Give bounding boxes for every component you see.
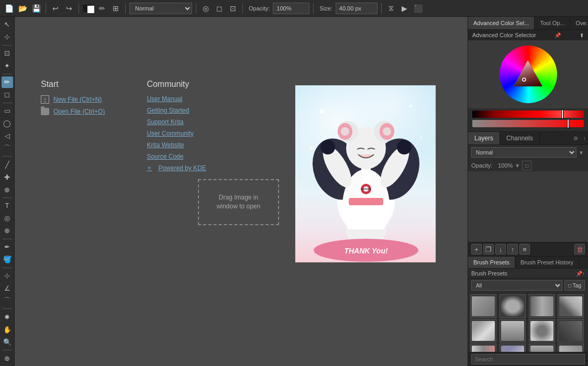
lock-alpha-icon[interactable]: ◻ bbox=[214, 3, 225, 14]
new-file-link[interactable]: + New File (Ctrl+N) bbox=[41, 95, 105, 104]
crop-tool[interactable]: ⊡ bbox=[2, 48, 13, 59]
open-file-icon[interactable]: 📂 bbox=[17, 3, 28, 14]
copy-layer-icon[interactable]: ⊡ bbox=[227, 3, 239, 14]
contour-tool[interactable]: ⌒ bbox=[2, 295, 13, 306]
transform-tool[interactable]: ⊹ bbox=[2, 31, 13, 43]
user-community-link[interactable]: User Community bbox=[147, 130, 206, 137]
tab-advanced-color[interactable]: Advanced Color Sel... bbox=[468, 17, 535, 29]
main-area: ↖ ⊹ ⊡ ✦ ✏ ◻ ▭ ◯ ◁ ⌒ ╱ ✚ ⊕ T ◎ ⊕ ✒ 🪣 ⊹ ∠ … bbox=[0, 17, 588, 366]
color-swatch-icon[interactable] bbox=[83, 3, 94, 14]
tab-brush-history[interactable]: Brush Preset History bbox=[515, 257, 579, 268]
fill-tool[interactable]: ✦ bbox=[2, 60, 13, 72]
path-tool[interactable]: ⌒ bbox=[2, 142, 13, 154]
delete-layer-button[interactable]: 🗑 bbox=[574, 244, 585, 254]
smart-patch-tool[interactable]: ◎ bbox=[2, 213, 13, 224]
brush-preset-12[interactable] bbox=[558, 343, 584, 352]
brush-preset-7[interactable] bbox=[529, 319, 555, 342]
opacity-input[interactable] bbox=[273, 3, 309, 14]
ellipse-tool[interactable]: ◯ bbox=[2, 117, 13, 129]
eraser-tool[interactable]: ◻ bbox=[2, 89, 13, 101]
alpha-lock-toggle[interactable]: □ bbox=[522, 161, 531, 170]
brush-preset-8[interactable] bbox=[558, 319, 584, 342]
tab-overview[interactable]: Ove... bbox=[570, 17, 588, 29]
redo-icon[interactable]: ↪ bbox=[63, 3, 75, 14]
grid-icon[interactable]: ⊞ bbox=[110, 3, 121, 14]
source-code-link[interactable]: Source Code bbox=[147, 153, 206, 160]
copy-layer-button[interactable]: ❐ bbox=[483, 244, 494, 254]
reset-icon[interactable]: ◎ bbox=[200, 3, 212, 14]
hue-handle[interactable] bbox=[561, 109, 563, 119]
tab-tool-options[interactable]: Tool Op... bbox=[535, 17, 570, 29]
layers-settings-icon[interactable]: ⚙ bbox=[570, 134, 581, 143]
move-tool[interactable]: ✚ bbox=[2, 171, 13, 183]
brush-preset-3[interactable] bbox=[529, 294, 555, 318]
line-tool[interactable]: ╱ bbox=[2, 159, 13, 170]
svg-point-21 bbox=[397, 140, 412, 154]
krita-website-link[interactable]: Krita Website bbox=[147, 141, 206, 149]
opacity-arrow[interactable]: ▼ bbox=[515, 163, 520, 169]
tab-layers[interactable]: Layers bbox=[468, 132, 500, 145]
saturation-bar[interactable] bbox=[472, 120, 584, 127]
zoom-tool[interactable]: ⊕ bbox=[2, 184, 13, 195]
brush-preset-2[interactable] bbox=[500, 294, 526, 318]
layers-expand-icon[interactable]: ↑ bbox=[581, 134, 588, 143]
layer-up-button[interactable]: ↑ bbox=[507, 244, 518, 254]
powered-by-kde-link[interactable]: ✦ Powered by KDE bbox=[147, 164, 206, 172]
layer-blend-mode-select[interactable]: Normal bbox=[471, 147, 576, 158]
mirror-icon[interactable]: ⧖ bbox=[385, 3, 397, 14]
color-wheel-container[interactable] bbox=[468, 40, 588, 108]
support-krita-link[interactable]: Support Krita bbox=[147, 118, 206, 126]
color-selector-expand-icon[interactable]: ⬆ bbox=[580, 32, 584, 38]
brush-search-input[interactable] bbox=[471, 354, 585, 364]
user-manual-link[interactable]: User Manual bbox=[147, 95, 206, 103]
open-file-link[interactable]: Open File (Ctrl+O) bbox=[41, 108, 105, 115]
add-layer-button[interactable]: + bbox=[471, 244, 482, 254]
brush-preset-4[interactable] bbox=[558, 294, 584, 318]
multibrush-tool[interactable]: ✸ bbox=[2, 311, 13, 323]
rect-tool[interactable]: ▭ bbox=[2, 105, 13, 117]
polygon-tool[interactable]: ◁ bbox=[2, 130, 13, 141]
clone-tool[interactable]: ⊕ bbox=[2, 225, 13, 237]
color-sliders bbox=[468, 108, 588, 131]
layer-menu-button[interactable]: ≡ bbox=[519, 244, 530, 254]
fill-contiguous-tool[interactable]: 🪣 bbox=[2, 254, 13, 265]
hue-bar[interactable] bbox=[472, 110, 584, 118]
brush-preset-5[interactable] bbox=[470, 319, 496, 342]
undo-icon[interactable]: ↩ bbox=[50, 3, 61, 14]
extra-icon[interactable]: ⬛ bbox=[413, 3, 424, 14]
save-file-icon[interactable]: 💾 bbox=[30, 3, 42, 14]
tab-channels[interactable]: Channels bbox=[500, 132, 540, 145]
brush-filter-select[interactable]: All bbox=[471, 280, 562, 291]
brush-preset-11[interactable] bbox=[529, 343, 555, 352]
blend-mode-select[interactable]: Normal bbox=[129, 3, 192, 14]
brush-preset-9[interactable] bbox=[470, 343, 496, 352]
color-wheel[interactable] bbox=[500, 46, 557, 103]
angle-tool[interactable]: ∠ bbox=[2, 283, 13, 294]
pan-tool[interactable]: ✋ bbox=[2, 324, 13, 335]
tab-brush-presets[interactable]: Brush Presets bbox=[468, 257, 515, 268]
extra-tool[interactable]: ⊕ bbox=[2, 352, 13, 364]
brush-icon[interactable]: ✏ bbox=[96, 3, 108, 14]
brush-tag-button[interactable]: □ Tag bbox=[564, 280, 585, 291]
layer-mode-arrow[interactable]: ▼ bbox=[578, 150, 585, 156]
brush-tool[interactable]: ✏ bbox=[2, 76, 13, 88]
size-label: Size: bbox=[319, 5, 332, 12]
select-tool[interactable]: ↖ bbox=[2, 19, 13, 30]
brush-preset-6[interactable] bbox=[500, 319, 526, 342]
brush-presets-expand[interactable]: ↑ bbox=[582, 271, 585, 276]
sat-handle[interactable] bbox=[567, 119, 569, 128]
getting-started-link[interactable]: Getting Started bbox=[147, 107, 206, 114]
brush-preset-1[interactable] bbox=[470, 294, 496, 318]
color-triangle[interactable] bbox=[511, 58, 545, 92]
drag-drop-zone[interactable]: Drag Image in window to open bbox=[198, 179, 279, 225]
zoom2-tool[interactable]: 🔍 bbox=[2, 336, 13, 348]
size-input[interactable] bbox=[336, 3, 378, 14]
measure-tool[interactable]: ⊹ bbox=[2, 270, 13, 282]
new-file-icon[interactable]: 📄 bbox=[3, 3, 15, 14]
toolbar-sep-1 bbox=[46, 3, 46, 14]
brush-preset-10[interactable] bbox=[500, 343, 526, 352]
layer-down-button[interactable]: ↓ bbox=[495, 244, 506, 254]
play-icon[interactable]: ▶ bbox=[399, 3, 411, 14]
color-picker-tool[interactable]: ✒ bbox=[2, 241, 13, 253]
text-tool[interactable]: T bbox=[2, 200, 13, 212]
